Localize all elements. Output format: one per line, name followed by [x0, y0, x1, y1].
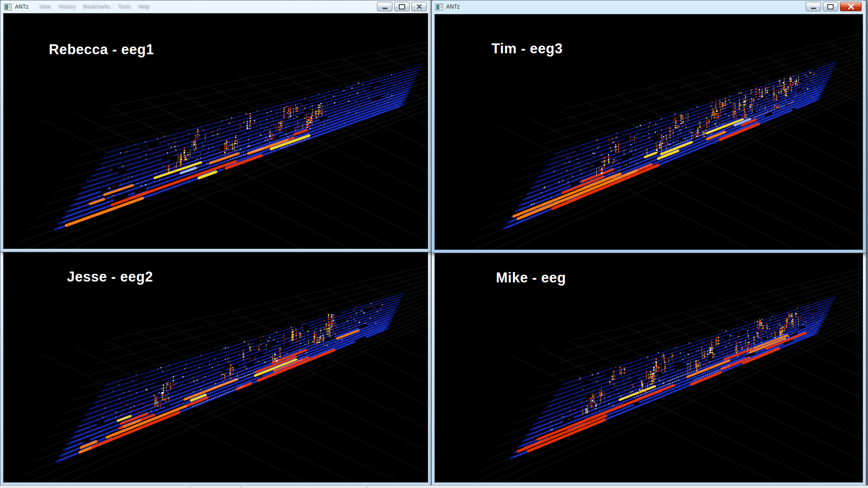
eeg-scene-canvas[interactable] — [435, 253, 863, 482]
background-window-menu: View History Bookmarks Tools Help — [39, 4, 150, 10]
window-title: ANTz — [15, 4, 28, 10]
background-menu-item: History — [59, 4, 75, 10]
background-menu-item: View — [39, 4, 51, 10]
antz-window-mike: Mike - eeg — [431, 252, 866, 486]
dataset-label: Jesse - eeg2 — [67, 269, 153, 285]
close-icon — [417, 4, 422, 9]
maximize-button[interactable] — [823, 2, 838, 11]
taskbar-separator — [367, 486, 368, 488]
eeg-scene-canvas[interactable] — [4, 253, 428, 482]
taskbar-separator — [190, 486, 190, 488]
minimize-icon — [811, 8, 816, 9]
background-menu-item: Help — [138, 4, 150, 10]
close-icon — [848, 4, 854, 9]
antz-app-icon — [435, 4, 443, 10]
antz-window-jesse: Jesse - eeg2 — [0, 251, 431, 486]
antz-window-rebecca: ANTz View History Bookmarks Tools Help R… — [0, 0, 431, 252]
maximize-button[interactable] — [394, 2, 410, 11]
antz-app-icon — [4, 4, 12, 10]
taskbar-separator — [241, 486, 241, 488]
eeg-3d-viewport[interactable]: Mike - eeg — [434, 253, 863, 483]
dataset-label: Tim - eeg3 — [491, 41, 563, 57]
dataset-label: Rebecca - eeg1 — [49, 42, 154, 58]
background-menu-item: Bookmarks — [83, 4, 110, 10]
eeg-3d-viewport[interactable]: Jesse - eeg2 — [3, 252, 428, 483]
eeg-3d-viewport[interactable]: Rebecca - eeg1 — [3, 13, 428, 249]
close-button[interactable] — [840, 2, 862, 11]
minimize-icon — [382, 8, 387, 9]
minimize-button[interactable] — [377, 2, 392, 11]
maximize-icon — [827, 4, 834, 9]
window-title: ANTz — [446, 4, 460, 10]
taskbar[interactable] — [0, 485, 868, 488]
close-button[interactable] — [411, 2, 427, 11]
eeg-3d-viewport[interactable]: Tim - eeg3 — [434, 14, 863, 250]
dataset-label: Mike - eeg — [496, 270, 566, 286]
titlebar[interactable]: ANTz View History Bookmarks Tools Help — [0, 0, 431, 13]
maximize-icon — [399, 4, 405, 9]
titlebar[interactable]: ANTz — [432, 0, 866, 13]
antz-window-tim: ANTz Tim - eeg3 — [431, 0, 866, 253]
background-menu-item: Tools — [118, 4, 131, 10]
minimize-button[interactable] — [806, 2, 821, 11]
